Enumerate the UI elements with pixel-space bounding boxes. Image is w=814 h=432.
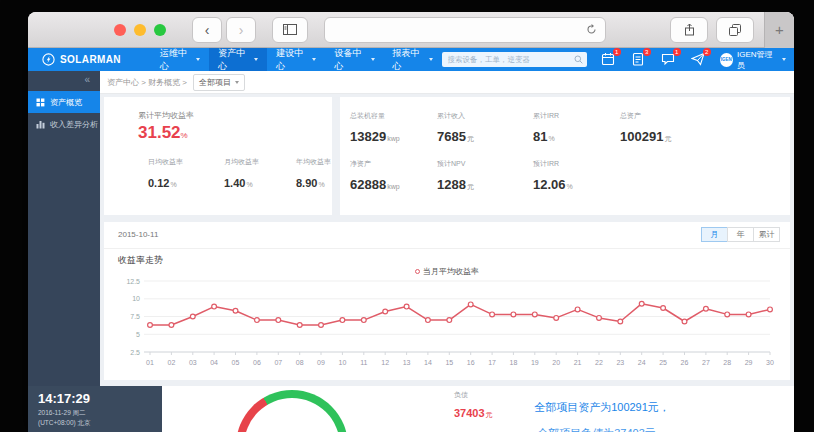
sidebar-item-income-analysis[interactable]: 收入差异分析 xyxy=(28,113,100,135)
project-filter-value: 全部项目 xyxy=(199,77,231,88)
svg-text:03: 03 xyxy=(189,359,197,366)
svg-text:18: 18 xyxy=(510,359,518,366)
svg-text:04: 04 xyxy=(210,359,218,366)
brand[interactable]: SOLARMAN xyxy=(42,53,141,66)
menu-item-ops[interactable]: 运维中心 xyxy=(151,48,209,71)
chevron-down-icon xyxy=(254,58,258,61)
minimize-window-button[interactable] xyxy=(134,24,146,36)
search-input[interactable] xyxy=(446,54,574,65)
svg-text:30: 30 xyxy=(766,359,774,366)
svg-text:28: 28 xyxy=(723,359,731,366)
new-tab-button[interactable]: + xyxy=(764,12,794,48)
stat-unit: % xyxy=(170,181,176,188)
back-button[interactable]: ‹ xyxy=(192,17,222,43)
svg-text:11: 11 xyxy=(360,359,367,366)
sidebar-item-asset-overview[interactable]: 资产概览 xyxy=(28,91,100,113)
badge: 3 xyxy=(643,48,651,56)
notification-calendar[interactable]: 1 xyxy=(601,52,616,67)
sidebar-toggle-button[interactable] xyxy=(272,17,308,43)
npv-stat: 预计NPV 1288元 xyxy=(437,159,474,193)
donut-center: 收益完成额 100291元 xyxy=(244,398,340,432)
svg-text:16: 16 xyxy=(467,359,475,366)
svg-text:22: 22 xyxy=(595,359,603,366)
share-button[interactable] xyxy=(670,17,708,43)
overview-icon xyxy=(36,98,45,107)
legend-label: 当月平均收益率 xyxy=(423,267,479,276)
net-assets-stat: 净资产 62888kwp xyxy=(350,159,400,193)
svg-text:26: 26 xyxy=(681,359,689,366)
clock-date: 2016-11-29 周二 xyxy=(38,409,162,418)
stat-value: 7685 xyxy=(437,129,466,144)
total-assets-stat: 总资产 100291元 xyxy=(620,111,671,145)
svg-text:5: 5 xyxy=(136,331,140,338)
svg-text:07: 07 xyxy=(274,359,282,366)
stat-value: 12.06 xyxy=(533,177,566,192)
svg-text:7.5: 7.5 xyxy=(130,313,140,320)
badge: 1 xyxy=(673,48,681,56)
stat-label: 净资产 xyxy=(350,159,400,169)
svg-text:12: 12 xyxy=(381,359,389,366)
svg-text:01: 01 xyxy=(146,359,154,366)
menu-item-reports[interactable]: 报表中心 xyxy=(384,48,442,71)
chevron-down-icon xyxy=(371,58,375,61)
svg-text:09: 09 xyxy=(317,359,325,366)
address-bar[interactable] xyxy=(324,17,606,43)
browser-toolbar: ‹ › xyxy=(28,12,794,48)
forward-button[interactable]: › xyxy=(226,17,256,43)
project-filter-dropdown[interactable]: 全部项目 xyxy=(193,74,245,91)
search-icon[interactable] xyxy=(574,55,583,64)
user-menu[interactable]: IGEN IGEN管理员 xyxy=(720,49,786,71)
yield-summary-card: 累计平均收益率 31.52% 日均收益率 0.12% 月均收益率 1.40% 年… xyxy=(104,97,332,215)
svg-text:19: 19 xyxy=(531,359,539,366)
stat-label: 预计NPV xyxy=(437,159,474,169)
stat-value: 1.40 xyxy=(224,177,245,189)
sidebar-item-label: 收入差异分析 xyxy=(50,119,98,130)
income-stat: 累计收入 7685元 xyxy=(437,111,474,145)
menu-item-construction[interactable]: 建设中心 xyxy=(267,48,325,71)
stat-label: 年均收益率 xyxy=(296,157,331,167)
range-month-button[interactable]: 月 xyxy=(701,227,728,242)
svg-text:17: 17 xyxy=(488,359,496,366)
global-search xyxy=(442,52,587,67)
notification-tasks[interactable]: 2 xyxy=(691,52,706,67)
close-window-button[interactable] xyxy=(114,24,126,36)
menu-item-devices[interactable]: 设备中心 xyxy=(325,48,383,71)
stat-value: 100291 xyxy=(620,129,663,144)
irr-stat: 累计IRR 81% xyxy=(533,111,559,145)
chevron-down-icon xyxy=(235,81,239,84)
range-buttons: 月 年 累计 xyxy=(702,227,780,242)
tabs-icon xyxy=(729,24,741,36)
chart-date[interactable]: 2015-10-11 xyxy=(118,230,158,239)
stat-unit: kwp xyxy=(387,183,399,190)
stat-value: 0.12 xyxy=(148,177,169,189)
stat-unit: % xyxy=(246,181,252,188)
solarman-logo-icon xyxy=(42,53,55,66)
share-icon xyxy=(684,23,695,36)
footer-summary: 收益完成额 100291元 负债 37403元 净资产 全部项目资产为10029… xyxy=(162,386,794,432)
expected-irr-stat: 预计IRR 12.06% xyxy=(533,159,573,193)
stat-label: 总资产 xyxy=(620,111,671,121)
breadcrumb[interactable]: 资产中心 > 财务概览 > xyxy=(107,77,187,88)
svg-text:10: 10 xyxy=(339,359,347,366)
bar-chart-icon xyxy=(36,120,45,129)
stat-unit: % xyxy=(318,181,324,188)
menu-item-assets[interactable]: 资产中心 xyxy=(209,48,267,71)
stat-value: 62888 xyxy=(350,177,386,192)
range-year-button[interactable]: 年 xyxy=(727,227,754,242)
stat-unit: % xyxy=(548,135,554,142)
footer-strip: 14:17:29 2016-11-29 周二 (UTC+08:00) 北京 收益… xyxy=(28,386,794,432)
sidebar-icon xyxy=(283,24,297,35)
notification-icons: 1 3 1 xyxy=(601,52,706,67)
notification-messages[interactable]: 1 xyxy=(661,52,676,67)
range-total-button[interactable]: 累计 xyxy=(753,227,780,242)
notification-workorders[interactable]: 3 xyxy=(631,52,646,67)
stat-unit: % xyxy=(567,183,573,190)
refresh-icon[interactable] xyxy=(586,24,597,35)
brand-name: SOLARMAN xyxy=(60,54,121,65)
menu-label: 报表中心 xyxy=(393,47,426,73)
yield-title: 累计平均收益率 xyxy=(138,110,194,121)
zoom-window-button[interactable] xyxy=(154,24,166,36)
chevron-down-icon xyxy=(782,58,786,61)
tab-overview-button[interactable] xyxy=(716,17,754,43)
sidebar-collapse-button[interactable]: « xyxy=(28,71,100,91)
